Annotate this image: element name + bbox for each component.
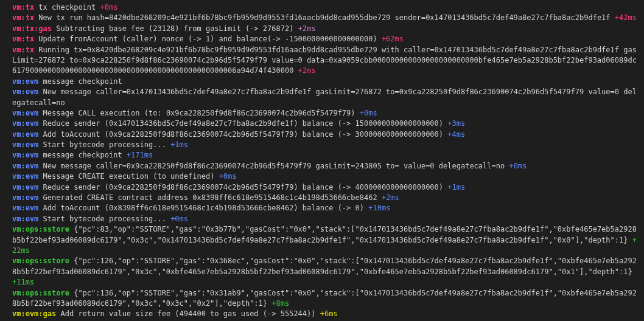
- log-line: vm:evm Start bytecode processing... +0ms: [4, 214, 640, 224]
- log-message: Add toAccount (0x8398ff6c618e9515468c1c4…: [43, 204, 364, 212]
- log-tag: vm:evm: [12, 151, 38, 159]
- log-tag: vm:ops:sstore: [12, 289, 69, 297]
- log-line: vm:tx Update fromAccount (caller) nonce …: [4, 34, 640, 44]
- log-line: vm:evm Add toAccount (0x9ca228250f9d8f86…: [4, 129, 640, 140]
- log-message: Start bytecode processing...: [43, 140, 166, 149]
- log-tag: vm:tx: [12, 46, 34, 54]
- log-message: {"pc":136,"op":"SSTORE","gas":"0x31ab9",…: [12, 289, 637, 308]
- log-line: vm:evm Message CREATE execution (to unde…: [4, 171, 640, 182]
- log-line: vm:tx:gas Subtracting base fee (23128) f…: [4, 24, 640, 34]
- log-line: vm:ops:sstore {"pc":126,"op":"SSTORE","g…: [4, 256, 640, 288]
- log-message: Reduce sender (0x9ca228250f9d8f86c236900…: [43, 183, 443, 192]
- log-tag: vm:evm: [12, 172, 38, 181]
- log-message: Update fromAccount (caller) nonce (-> 1)…: [38, 35, 377, 43]
- log-line: vm:ops:sstore {"pc":83,"op":"SSTORE","ga…: [4, 224, 640, 256]
- log-line: vm:ops:sstore {"pc":136,"op":"SSTORE","g…: [4, 288, 640, 309]
- log-message: {"pc":126,"op":"SSTORE","gas":"0x368ec",…: [12, 257, 637, 275]
- log-time: +171ms: [127, 151, 153, 159]
- log-message: Start bytecode processing...: [43, 215, 166, 223]
- log-tag: vm:evm: [12, 88, 38, 96]
- log-message: Reduce sender (0x147013436bd5c7def49a8e2…: [43, 119, 443, 128]
- log-message: Add toAccount (0x9ca228250f9d8f86c236900…: [43, 130, 443, 139]
- log-time: +2ms: [298, 24, 316, 33]
- log-tag: vm:evm: [12, 130, 38, 139]
- log-tag: vm:evm: [12, 109, 38, 117]
- log-line: vm:evm:gas Add return value size fee (49…: [4, 309, 640, 319]
- log-tag: vm:tx: [12, 13, 34, 22]
- log-time: +2ms: [382, 193, 399, 202]
- log-message: Message CREATE execution (to undefined): [43, 172, 215, 181]
- log-time: +3ms: [447, 119, 465, 128]
- log-message: tx checkpoint: [38, 3, 96, 12]
- log-line: vm:tx New tx run hash=8420dbe268209c4e92…: [4, 13, 640, 23]
- log-time: +0ms: [170, 215, 188, 223]
- log-line: vm:evm New message caller=0x9ca228250f9d…: [4, 161, 640, 171]
- log-line: vm:evm message checkpoint +171ms: [4, 150, 640, 160]
- log-tag: vm:tx: [12, 3, 34, 12]
- log-message: New message caller=0x9ca228250f9d8f86c23…: [43, 162, 505, 170]
- log-time: +1ms: [170, 140, 188, 149]
- log-time: +10ms: [368, 204, 390, 212]
- log-time: +0ms: [219, 172, 237, 181]
- log-line: vm:evm Reduce sender (0x9ca228250f9d8f86…: [4, 182, 640, 193]
- log-line: vm:evm Reduce sender (0x147013436bd5c7de…: [4, 119, 640, 129]
- log-message: message checkpoint: [43, 151, 122, 159]
- log-tag: vm:evm: [12, 193, 38, 202]
- log-line: vm:evm message checkpoint: [4, 77, 640, 87]
- log-tag: vm:evm: [12, 162, 38, 170]
- log-message: message checkpoint: [43, 77, 122, 86]
- log-message: Generated CREATE contract address 0x8398…: [43, 193, 377, 202]
- log-tag: vm:ops:sstore: [12, 257, 69, 265]
- log-time: +1ms: [447, 183, 465, 192]
- log-tag: vm:evm: [12, 140, 38, 149]
- log-time: +0ms: [360, 109, 377, 117]
- log-tag: vm:evm:gas: [12, 309, 56, 318]
- log-message: Message CALL execution (to: 0x9ca228250f…: [43, 109, 355, 117]
- log-time: +11ms: [12, 278, 34, 286]
- log-line: vm:evm Generated CREATE contract address…: [4, 193, 640, 203]
- log-tag: vm:tx: [12, 35, 34, 43]
- log-message: New tx run hash=8420dbe268209c4e921bf6b7…: [38, 13, 610, 22]
- log-line: vm:tx tx checkpoint +0ms: [4, 2, 640, 13]
- log-line: vm:evm New message caller=0x147013436bd5…: [4, 87, 640, 108]
- log-time: +62ms: [382, 35, 404, 43]
- log-message: {"pc":83,"op":"SSTORE","gas":"0x3b77b","…: [12, 225, 637, 244]
- log-tag: vm:tx:gas: [12, 24, 52, 33]
- log-tag: vm:evm: [12, 77, 38, 86]
- log-time: +2ms: [298, 66, 316, 75]
- terminal-output: vm:tx tx checkpoint +0msvm:tx New tx run…: [4, 2, 640, 321]
- log-tag: vm:evm: [12, 215, 38, 223]
- log-time: +8ms: [271, 299, 289, 308]
- log-message: Running tx=0x8420dbe268209c4e921bf6b78bc…: [12, 46, 637, 75]
- log-tag: vm:evm: [12, 183, 38, 192]
- log-line: vm:tx Running tx=0x8420dbe268209c4e921bf…: [4, 45, 640, 77]
- log-message: Subtracting base fee (23128) from gasLim…: [56, 24, 293, 33]
- log-time: +0ms: [100, 3, 118, 12]
- log-message: Add return value size fee (494400 to gas…: [60, 309, 315, 318]
- log-line: vm:evm Add toAccount (0x8398ff6c618e9515…: [4, 203, 640, 213]
- log-time: +4ms: [447, 130, 465, 139]
- log-tag: vm:ops:sstore: [12, 225, 69, 233]
- log-line: vm:evm Start bytecode processing... +1ms: [4, 140, 640, 150]
- log-tag: vm:evm: [12, 204, 38, 212]
- log-time: +6ms: [320, 309, 338, 318]
- log-tag: vm:evm: [12, 119, 38, 128]
- log-message: New message caller=0x147013436bd5c7def49…: [12, 88, 637, 106]
- log-line: vm:evm Message CALL execution (to: 0x9ca…: [4, 108, 640, 119]
- log-time: +0ms: [509, 162, 527, 170]
- log-time: +42ms: [615, 13, 637, 22]
